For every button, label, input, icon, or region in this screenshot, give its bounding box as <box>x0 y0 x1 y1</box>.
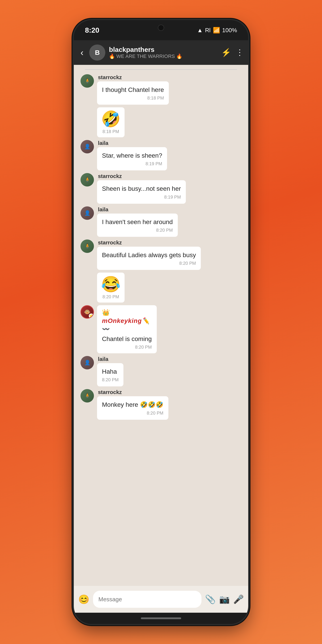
avatar: 🐵 <box>80 305 94 319</box>
monkey-username: mOnkeyking✏️ <box>102 317 152 324</box>
sender-name: laila <box>97 140 167 146</box>
emoji-bubble: 🤣 8:18 PM <box>97 107 124 137</box>
message-text: I thought Chantel here <box>102 86 164 94</box>
message-time: 8:20 PM <box>102 261 196 266</box>
mic-button[interactable]: 🎤 <box>233 594 244 604</box>
message-text: Haha <box>102 367 118 376</box>
nav-info: blackpanthers 🔥 WE ARE THE WARRIORS 🔥 <box>109 46 218 59</box>
message-bubble: Star, where is sheen? 8:19 PM <box>97 147 167 170</box>
message-time: 8:19 PM <box>102 161 162 166</box>
sender-name: starrockz <box>97 173 186 179</box>
back-button[interactable]: ‹ <box>78 46 86 60</box>
message-bubble: Sheen is busy...not seen her 8:19 PM <box>97 180 186 204</box>
bubble-wrapper: laila Haha 8:20 PM <box>97 356 124 386</box>
message-text: Chantel is coming <box>102 334 152 343</box>
message-row: 🤣 8:18 PM <box>80 107 242 137</box>
message-row: 🧍 starrockz Sheen is busy...not seen her… <box>80 173 242 204</box>
camera-button[interactable]: 📷 <box>219 594 230 604</box>
home-bar <box>141 618 181 619</box>
group-avatar: B <box>89 44 105 60</box>
sender-name: starrockz <box>97 389 168 395</box>
message-time: 8:20 PM <box>102 377 118 382</box>
signal-icon: Rl <box>205 27 211 34</box>
message-bubble: I thought Chantel here 8:18 PM <box>97 82 169 105</box>
message-bubble: Haha 8:20 PM <box>97 363 124 386</box>
avatar: 🧍 <box>80 240 94 253</box>
message-row: 👤 laila Star, where is sheen? 8:19 PM <box>80 140 242 170</box>
top-divider <box>85 69 237 70</box>
status-time: 8:20 <box>85 26 99 34</box>
message-text: Beautiful Ladies always gets busy <box>102 251 196 260</box>
wifi-icon: ▲ <box>197 27 203 34</box>
avatar: 👤 <box>80 356 94 370</box>
message-row: 👤 laila Haha 8:20 PM <box>80 356 242 386</box>
attach-button[interactable]: 📎 <box>205 594 216 604</box>
avatar: 🧍 <box>80 173 94 186</box>
sender-name: laila <box>97 206 178 213</box>
message-row: 🐵 👑 mOnkeyking✏️ 〰️ Chantel is coming 8:… <box>80 305 242 353</box>
bubble-wrapper: laila I haven't seen her around 8:20 PM <box>97 206 178 237</box>
message-row: 🧍 starrockz Monkey here 🤣🤣🤣 8:20 PM <box>80 389 242 420</box>
bubble-wrapper: laila Star, where is sheen? 8:19 PM <box>97 140 167 170</box>
emoji-button[interactable]: 😊 <box>78 594 90 605</box>
avatar: 👤 <box>80 206 94 220</box>
bubble-wrapper: starrockz Beautiful Ladies always gets b… <box>97 240 201 270</box>
input-bar: 😊 📎 📷 🎤 <box>74 586 248 613</box>
message-row: 😂 8:20 PM <box>80 272 242 302</box>
phone-frame: 8:20 ▲ Rl 📶 100% ‹ B blackpanthers 🔥 WE … <box>74 20 248 624</box>
subtitle-text: 🔥 WE ARE THE WARRIORS 🔥 <box>109 54 182 59</box>
bubble-wrapper: starrockz I thought Chantel here 8:18 PM <box>97 74 169 105</box>
emoji-content: 😂 <box>101 276 120 293</box>
emoji-bubble: 😂 8:20 PM <box>97 272 124 302</box>
sender-name: starrockz <box>97 74 169 80</box>
camera-dot <box>158 24 164 31</box>
signal-bars-icon: 📶 <box>213 27 220 34</box>
message-time: 8:18 PM <box>102 96 164 100</box>
message-bubble: Beautiful Ladies always gets busy 8:20 P… <box>97 247 201 270</box>
more-options-button[interactable]: ⋮ <box>236 48 244 57</box>
status-bar: 8:20 ▲ Rl 📶 100% <box>74 20 248 40</box>
sender-name: laila <box>97 356 124 362</box>
message-bubble: Monkey here 🤣🤣🤣 8:20 PM <box>97 396 168 420</box>
message-time: 8:18 PM <box>102 129 119 134</box>
battery-indicator: 100% <box>222 27 237 34</box>
message-time: 8:20 PM <box>102 228 173 233</box>
home-indicator <box>74 613 248 624</box>
nav-actions: ⚡ ⋮ <box>221 48 244 57</box>
monkey-swirl: 〰️ <box>102 325 152 333</box>
group-subtitle: 🔥 WE ARE THE WARRIORS 🔥 <box>109 54 218 59</box>
message-time: 8:20 PM <box>102 410 164 416</box>
message-text: Sheen is busy...not seen her <box>102 184 181 193</box>
avatar: 🧍 <box>80 74 94 88</box>
crown-icon: 👑 <box>102 309 152 316</box>
avatar: 🧍 <box>80 389 94 402</box>
flash-button[interactable]: ⚡ <box>221 48 231 57</box>
message-row: 🧍 starrockz Beautiful Ladies always gets… <box>80 240 242 270</box>
emoji-content: 🤣 <box>101 110 120 128</box>
chat-area: 🧍 starrockz I thought Chantel here 8:18 … <box>74 65 248 586</box>
message-time: 8:20 PM <box>102 344 152 350</box>
sender-name: starrockz <box>97 240 201 246</box>
message-text: I haven't seen her around <box>102 218 173 226</box>
bubble-wrapper: 👑 mOnkeyking✏️ 〰️ Chantel is coming 8:20… <box>97 305 157 353</box>
bubble-wrapper: starrockz Monkey here 🤣🤣🤣 8:20 PM <box>97 389 168 420</box>
message-input[interactable] <box>93 591 202 608</box>
monkey-message-bubble: 👑 mOnkeyking✏️ 〰️ Chantel is coming 8:20… <box>97 305 157 353</box>
message-row: 👤 laila I haven't seen her around 8:20 P… <box>80 206 242 237</box>
status-icons: ▲ Rl 📶 100% <box>197 27 237 34</box>
message-bubble: I haven't seen her around 8:20 PM <box>97 214 178 237</box>
group-name: blackpanthers <box>109 46 218 54</box>
bubble-wrapper: starrockz Sheen is busy...not seen her 8… <box>97 173 186 204</box>
message-time: 8:19 PM <box>102 194 181 200</box>
message-row: 🧍 starrockz I thought Chantel here 8:18 … <box>80 74 242 105</box>
message-time: 8:20 PM <box>102 294 119 300</box>
avatar: 👤 <box>80 140 94 154</box>
message-text: Monkey here 🤣🤣🤣 <box>102 400 164 409</box>
nav-bar: ‹ B blackpanthers 🔥 WE ARE THE WARRIORS … <box>74 40 248 65</box>
message-text: Star, where is sheen? <box>102 151 162 160</box>
